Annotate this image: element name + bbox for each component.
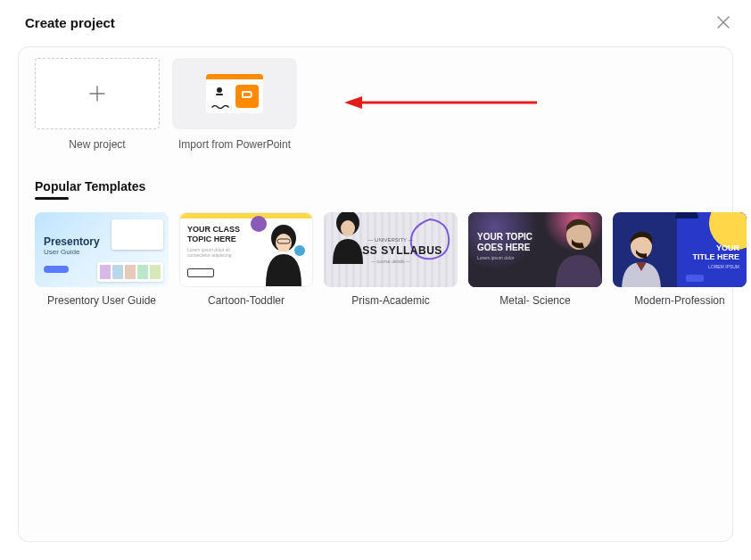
import-powerpoint-button[interactable] [172, 58, 297, 129]
create-options-row: New project Import from PowerPoint [35, 58, 716, 158]
template-card-metal[interactable]: YOUR TOPIC GOES HERE Lorem ipsum dolor M… [468, 212, 602, 307]
template-label: Prism-Academic [324, 294, 458, 307]
powerpoint-icon [206, 74, 263, 113]
template-card-presentory[interactable]: Presentory User Guide Presentory User Gu… [35, 212, 169, 307]
template-thumb: YOUR TOPIC GOES HERE Lorem ipsum dolor [468, 212, 602, 287]
create-project-dialog: Create project New project [0, 0, 751, 560]
svg-point-4 [251, 216, 267, 232]
p-badge [235, 85, 259, 108]
svg-rect-1 [216, 94, 223, 95]
import-powerpoint-card: Import from PowerPoint [172, 58, 297, 151]
svg-point-11 [341, 220, 355, 236]
dialog-title: Create project [25, 15, 115, 30]
person-photo-icon [545, 212, 602, 287]
main-panel: New project Import from PowerPoint [18, 46, 733, 542]
heading-underline [35, 197, 69, 200]
svg-marker-3 [344, 96, 362, 109]
new-project-label: New project [35, 138, 160, 151]
new-project-card: New project [35, 58, 160, 151]
svg-point-0 [217, 87, 222, 93]
svg-rect-8 [278, 247, 289, 251]
popular-templates-heading: Popular Templates [35, 179, 716, 194]
template-thumb: YOUR CLASS TOPIC HERE Lorem ipsum dolor … [179, 212, 313, 287]
template-card-prism[interactable]: — UNIVERSITY — CLASS SYLLABUS — course d… [324, 212, 458, 307]
template-label: Cartoon-Toddler [179, 294, 313, 307]
close-button[interactable] [714, 12, 733, 32]
plus-icon [87, 84, 107, 103]
template-label: Presentory User Guide [35, 294, 169, 307]
new-project-button[interactable] [35, 58, 160, 129]
close-icon [717, 16, 730, 29]
dialog-header: Create project [0, 0, 751, 37]
template-thumb: Presentory User Guide [35, 212, 169, 287]
import-powerpoint-label: Import from PowerPoint [172, 138, 297, 151]
template-card-cartoon[interactable]: YOUR CLASS TOPIC HERE Lorem ipsum dolor … [179, 212, 313, 307]
person-photo-icon [613, 226, 675, 287]
person-icon [213, 86, 226, 99]
annotation-arrow [342, 94, 539, 111]
half-circle-icon [675, 212, 698, 230]
templates-row: Presentory User Guide Presentory User Gu… [35, 212, 716, 307]
template-thumb: YOUR TITLE HERE LOREM IPSUM [613, 212, 747, 287]
template-label: Modern-Profession [613, 294, 747, 307]
template-label: Metal- Science [468, 294, 602, 307]
svg-point-5 [294, 245, 305, 256]
cartoon-person-icon [243, 212, 312, 286]
template-card-modern[interactable]: YOUR TITLE HERE LOREM IPSUM Modern-Profe… [613, 212, 747, 307]
squiggle-icon [211, 104, 229, 110]
template-thumb: — UNIVERSITY — CLASS SYLLABUS — course d… [324, 212, 458, 287]
